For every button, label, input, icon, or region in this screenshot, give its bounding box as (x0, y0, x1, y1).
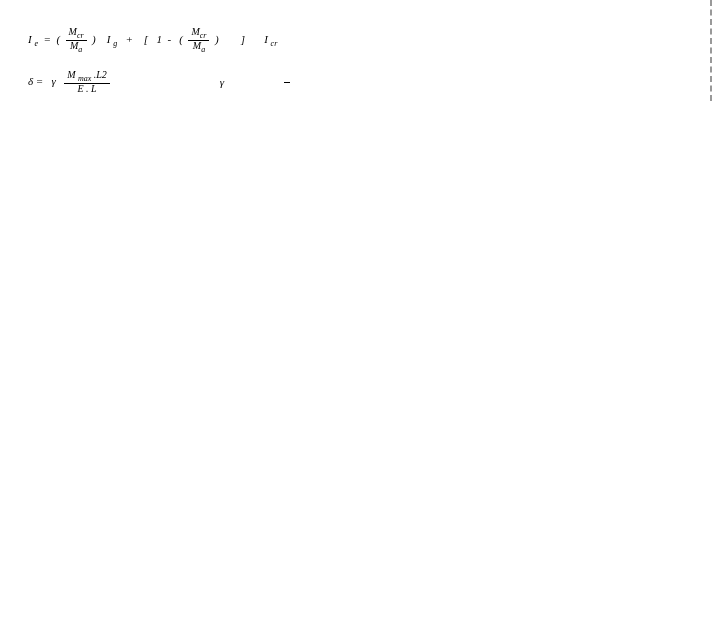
section-6-header (8, 97, 706, 101)
section-4-header (8, 20, 706, 24)
ie-formula: I e = ( McrMa ) I g + [ 1 - ( McrMa ) ] … (8, 24, 706, 57)
delta-formula: δ = γ M max .L2E . L γ (8, 67, 706, 97)
